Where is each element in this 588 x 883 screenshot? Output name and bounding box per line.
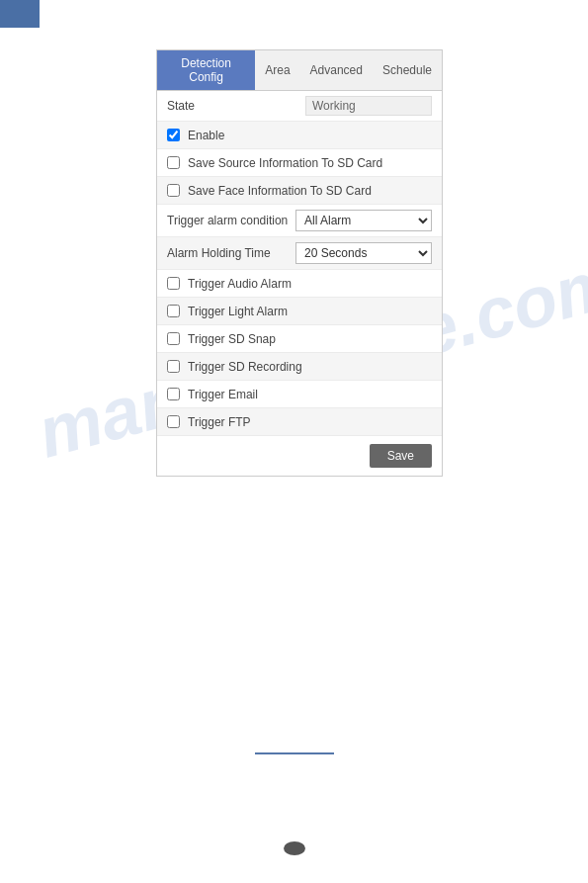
trigger-alarm-select[interactable]: All Alarm Any Alarm: [295, 210, 432, 231]
enable-checkbox[interactable]: [167, 129, 180, 141]
trigger-light-row: Trigger Light Alarm: [157, 298, 442, 325]
trigger-sd-recording-label: Trigger SD Recording: [188, 360, 302, 374]
tab-advanced[interactable]: Advanced: [300, 50, 373, 90]
bottom-link: [255, 752, 334, 754]
tab-area[interactable]: Area: [255, 50, 299, 90]
save-row: Save: [157, 436, 442, 476]
save-button[interactable]: Save: [370, 444, 432, 468]
top-accent-bar: [0, 0, 40, 28]
trigger-ftp-row: Trigger FTP: [157, 408, 442, 436]
trigger-sd-snap-row: Trigger SD Snap: [157, 325, 442, 353]
alarm-holding-row: Alarm Holding Time 20 Seconds 10 Seconds…: [157, 237, 442, 270]
alarm-holding-label: Alarm Holding Time: [167, 246, 295, 260]
trigger-light-label: Trigger Light Alarm: [188, 305, 288, 318]
trigger-ftp-checkbox[interactable]: [167, 415, 180, 428]
state-label: State: [167, 99, 305, 113]
enable-row: Enable: [157, 122, 442, 149]
save-face-checkbox[interactable]: [167, 184, 180, 197]
bottom-circle: [284, 841, 305, 855]
trigger-sd-recording-checkbox[interactable]: [167, 360, 180, 373]
trigger-sd-recording-row: Trigger SD Recording: [157, 353, 442, 381]
tab-bar: Detection Config Area Advanced Schedule: [157, 50, 442, 91]
save-source-row: Save Source Information To SD Card: [157, 149, 442, 177]
trigger-audio-label: Trigger Audio Alarm: [188, 277, 292, 291]
alarm-holding-select[interactable]: 20 Seconds 10 Seconds 30 Seconds 60 Seco…: [295, 242, 432, 264]
trigger-light-checkbox[interactable]: [167, 305, 180, 317]
save-source-checkbox[interactable]: [167, 156, 180, 169]
save-face-label: Save Face Information To SD Card: [188, 184, 372, 198]
save-source-label: Save Source Information To SD Card: [188, 156, 382, 170]
trigger-email-checkbox[interactable]: [167, 388, 180, 400]
save-face-row: Save Face Information To SD Card: [157, 177, 442, 205]
panel-content: State Working Enable Save Source Informa…: [157, 91, 442, 476]
enable-label: Enable: [188, 129, 224, 142]
state-row: State Working: [157, 91, 442, 122]
trigger-email-row: Trigger Email: [157, 381, 442, 408]
trigger-ftp-label: Trigger FTP: [188, 415, 251, 429]
trigger-email-label: Trigger Email: [188, 388, 258, 401]
trigger-audio-row: Trigger Audio Alarm: [157, 270, 442, 298]
trigger-alarm-label: Trigger alarm condition: [167, 214, 295, 227]
trigger-sd-snap-label: Trigger SD Snap: [188, 332, 276, 346]
tab-schedule[interactable]: Schedule: [373, 50, 442, 90]
trigger-alarm-row: Trigger alarm condition All Alarm Any Al…: [157, 205, 442, 237]
trigger-audio-checkbox[interactable]: [167, 277, 180, 290]
tab-detection-config[interactable]: Detection Config: [157, 50, 255, 90]
main-panel: Detection Config Area Advanced Schedule …: [156, 49, 443, 477]
state-value: Working: [305, 96, 432, 116]
trigger-sd-snap-checkbox[interactable]: [167, 332, 180, 345]
